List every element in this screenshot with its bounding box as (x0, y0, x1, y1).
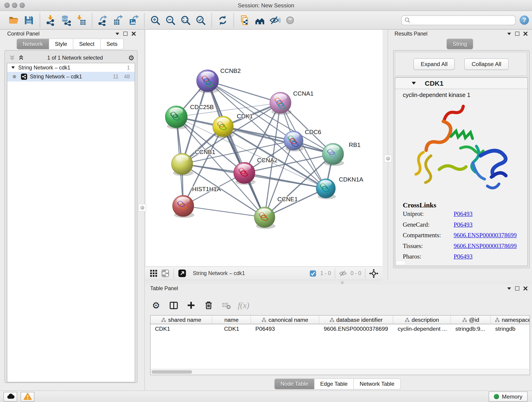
tab-style[interactable]: Style (49, 38, 73, 50)
string-network-graph[interactable]: CCNB2CCNA1CDC25BCDK1CDC6RB1CCNB1CCNA2CDK… (146, 30, 383, 267)
network-collection-row[interactable]: String Network – cdk1 1 (7, 63, 135, 72)
right-divider-handle[interactable] (384, 155, 392, 162)
node-CCNA1[interactable] (270, 92, 292, 115)
copy-network-button[interactable] (238, 13, 252, 27)
open-in-browser-button[interactable] (177, 268, 188, 279)
hide-unhide-button[interactable] (268, 13, 282, 27)
node-CCNE1[interactable] (254, 207, 275, 229)
table-cell[interactable]: 9606.ENSP00000378699 (319, 325, 393, 332)
column-header-name[interactable]: name (212, 316, 251, 324)
expand-all-button[interactable]: Expand All (413, 58, 455, 70)
show-columns-button[interactable] (168, 301, 179, 310)
export-table-button[interactable] (111, 13, 125, 27)
crosslink-link[interactable]: P06493 (454, 211, 473, 218)
crosslink-link[interactable]: 9606.ENSP00000378699 (454, 242, 517, 250)
cloud-status-button[interactable] (3, 392, 17, 402)
table-cell[interactable]: P06493 (251, 325, 319, 332)
save-session-button[interactable] (22, 13, 36, 27)
table-cell[interactable]: cyclin-dependent ... (393, 325, 451, 332)
node-CDC25B[interactable] (165, 106, 188, 129)
import-from-database-button[interactable] (59, 13, 73, 27)
float-results-button[interactable] (506, 31, 512, 36)
column-header-description[interactable]: description (393, 316, 451, 324)
column-header-shared-name[interactable]: shared name (151, 316, 212, 324)
column-header-label: namespace (502, 317, 530, 323)
open-session-button[interactable] (7, 13, 21, 27)
search-input[interactable] (412, 17, 513, 23)
scrollbar-thumb[interactable] (152, 370, 192, 374)
float-table-button[interactable] (506, 286, 512, 291)
edge-HIST1H1A-CCNE1[interactable] (183, 206, 265, 217)
table-row[interactable]: CDK1CDK1P064939606.ENSP00000378699cyclin… (151, 324, 530, 333)
column-header-canonical-name[interactable]: canonical name (251, 316, 319, 324)
tab-network-table[interactable]: Network Table (354, 379, 401, 390)
tab-sets[interactable]: Sets (100, 38, 124, 50)
import-network-button[interactable] (44, 13, 58, 27)
tree-expander-icon[interactable] (12, 66, 15, 69)
maximize-panel-button[interactable] (122, 31, 128, 36)
tab-string[interactable]: String (447, 38, 473, 50)
memory-button[interactable]: Memory (489, 392, 528, 402)
node-CCNB2[interactable] (196, 70, 219, 93)
apply-layout-button[interactable] (216, 13, 230, 27)
network-options-button[interactable]: ⚙ (128, 55, 134, 60)
tab-node-table[interactable]: Node Table (274, 379, 314, 390)
horizontal-divider[interactable] (145, 281, 532, 284)
column-header--id[interactable]: @id (451, 316, 491, 324)
create-column-button[interactable] (185, 301, 197, 310)
close-results-button[interactable] (522, 31, 529, 36)
table-options-button[interactable]: ⚙ (150, 300, 162, 311)
collapse-all-button[interactable]: Collapse All (464, 58, 508, 70)
column-header-database-identifier[interactable]: database identifier (319, 316, 393, 324)
collapse-all-networks-button[interactable] (9, 55, 15, 60)
maximize-results-button[interactable] (514, 31, 520, 36)
delete-column-button[interactable] (203, 301, 215, 310)
table-cell[interactable]: stringdb:9... (451, 325, 491, 332)
table-horizontal-scrollbar[interactable] (151, 369, 530, 375)
edge-CCNB2-CCNA1[interactable] (208, 81, 280, 103)
birdseye-view-button[interactable] (148, 268, 159, 279)
warning-status-button[interactable] (21, 392, 34, 402)
node-CDK1[interactable] (213, 116, 234, 138)
import-table-button[interactable] (74, 13, 88, 27)
horizontal-divider-handle[interactable] (341, 281, 344, 284)
fit-selection-button[interactable] (368, 268, 380, 279)
zoom-out-button[interactable] (164, 13, 177, 27)
preview-button[interactable] (283, 13, 297, 27)
tab-edge-table[interactable]: Edge Table (314, 379, 354, 390)
crosslink-link[interactable]: P06493 (454, 221, 473, 229)
table-cell[interactable]: CDK1 (212, 325, 251, 332)
node-CDKN1A[interactable] (316, 179, 336, 199)
maximize-table-button[interactable] (514, 286, 520, 291)
home-view-button[interactable] (253, 13, 267, 27)
node-CDC6[interactable] (284, 131, 304, 152)
node-RB1[interactable] (322, 143, 344, 166)
column-header-namespace[interactable]: namespace (491, 316, 530, 324)
export-network-button[interactable] (96, 13, 110, 27)
table-cell[interactable]: stringdb (491, 325, 530, 332)
node-CCNA2[interactable] (234, 162, 255, 185)
left-divider-handle[interactable] (139, 204, 146, 211)
node-HIST1H1A[interactable] (172, 195, 194, 218)
section-expander-icon[interactable] (412, 82, 416, 85)
tab-select[interactable]: Select (73, 38, 101, 50)
zoom-fit-button[interactable] (179, 13, 192, 27)
network-canvas[interactable]: CCNB2CCNA1CDC25BCDK1CDC6RB1CCNB1CCNA2CDK… (145, 30, 383, 267)
crosslink-link[interactable]: P06493 (454, 253, 473, 260)
string-toggle-button[interactable] (159, 268, 171, 279)
zoom-in-button[interactable] (148, 13, 162, 27)
close-table-button[interactable] (522, 286, 529, 291)
network-row-selected[interactable]: String Network – cdk1 11 48 (7, 72, 135, 82)
export-image-button[interactable] (127, 13, 140, 27)
close-panel-button[interactable] (131, 31, 137, 36)
node-CCNB1[interactable] (172, 153, 193, 176)
float-panel-button[interactable] (114, 31, 120, 36)
expand-all-networks-button[interactable] (18, 55, 24, 60)
table-cell[interactable]: CDK1 (151, 325, 212, 332)
gene-section-header[interactable]: CDK1 (395, 78, 528, 89)
help-button[interactable]: ? (520, 16, 529, 25)
results-scroll-stub[interactable] (396, 261, 405, 265)
zoom-selected-button[interactable] (194, 13, 208, 27)
tab-network[interactable]: Network (17, 38, 49, 50)
crosslink-link[interactable]: 9606.ENSP00000378699 (454, 232, 517, 239)
